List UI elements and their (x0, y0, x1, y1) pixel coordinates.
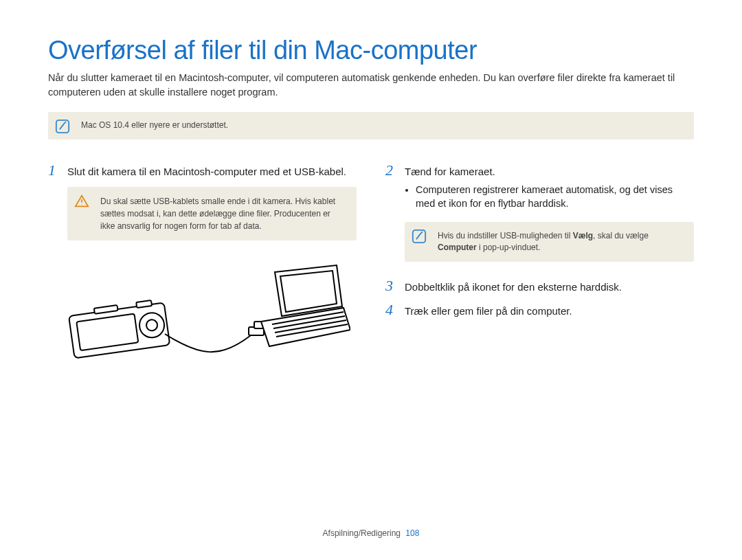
step-2-bullet: Computeren registrerer kameraet automati… (416, 183, 694, 211)
svg-point-2 (81, 204, 82, 205)
left-column: 1 Slut dit kamera til en Macintosh-compu… (48, 163, 357, 370)
step-2: 2 Tænd for kameraet. Computeren registre… (385, 163, 694, 214)
top-note-text: Mac OS 10.4 eller nyere er understøttet. (81, 120, 228, 131)
footer-section-label: Afspilning/Redigering (323, 528, 401, 538)
page-title: Overførsel af filer til din Mac-computer (48, 36, 694, 65)
step-1: 1 Slut dit kamera til en Macintosh-compu… (48, 163, 357, 179)
camera-laptop-illustration (48, 253, 357, 370)
usb-select-note-box: Hvis du indstiller USB-muligheden til Væ… (405, 222, 694, 262)
step-4: 4 Træk eller gem filer på din computer. (385, 302, 694, 318)
step-1-number: 1 (48, 163, 60, 179)
top-note-box: Mac OS 10.4 eller nyere er understøttet. (48, 112, 694, 139)
svg-rect-7 (136, 300, 152, 308)
step-4-text: Træk eller gem filer på din computer. (405, 302, 694, 318)
step-2-text: Tænd for kameraet. (405, 166, 495, 177)
svg-point-6 (145, 319, 157, 331)
footer-page-number: 108 (405, 528, 419, 538)
step-3: 3 Dobbeltklik på ikonet for den eksterne… (385, 278, 694, 294)
usb-select-note-text: Hvis du indstiller USB-muligheden til Væ… (438, 230, 684, 254)
step-3-number: 3 (385, 278, 398, 294)
page-footer: Afspilning/Redigering 108 (0, 528, 742, 538)
step-3-text: Dobbeltklik på ikonet for den eksterne h… (405, 278, 694, 294)
warning-icon (74, 194, 89, 209)
step-2-number: 2 (385, 163, 398, 214)
info-icon (412, 229, 427, 244)
usb-warning-text: Du skal sætte USB-kablets smalle ende i … (100, 197, 335, 231)
info-icon (55, 119, 70, 134)
right-column: 2 Tænd for kameraet. Computeren registre… (385, 163, 694, 370)
usb-warning-box: Du skal sætte USB-kablets smalle ende i … (67, 187, 357, 240)
intro-paragraph: Når du slutter kameraet til en Macintosh… (48, 71, 694, 100)
step-4-number: 4 (385, 302, 398, 318)
step-1-text: Slut dit kamera til en Macintosh-compute… (67, 163, 357, 179)
